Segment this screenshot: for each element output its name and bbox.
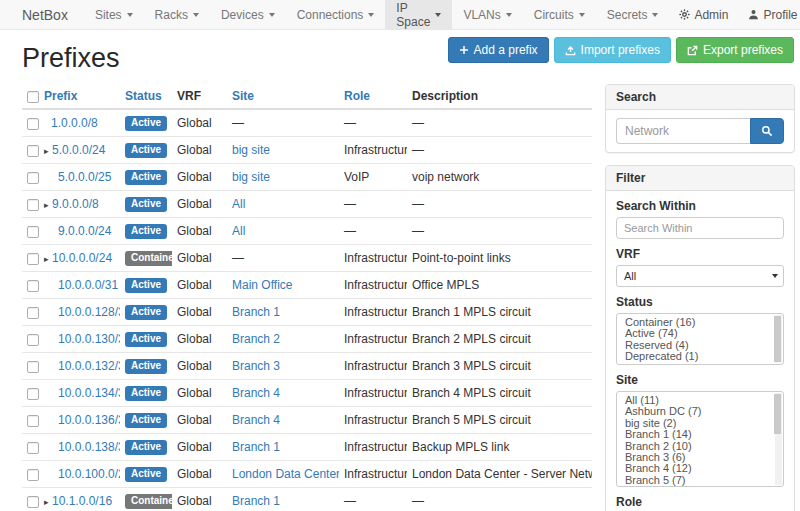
sort-link-site[interactable]: Site	[232, 89, 254, 103]
row-checkbox[interactable]	[27, 172, 39, 184]
row-checkbox[interactable]	[27, 415, 39, 427]
row-checkbox[interactable]	[27, 145, 39, 157]
option-colo-1-2a-3-[interactable]: COLO-1-2A (3)	[617, 486, 783, 487]
site-link[interactable]: Branch 1	[232, 440, 280, 454]
gear-icon	[679, 9, 690, 20]
sort-link-status[interactable]: Status	[125, 89, 162, 103]
status-badge: Active	[125, 305, 167, 320]
row-checkbox[interactable]	[27, 469, 39, 481]
nav-item-profile[interactable]: Profile	[738, 0, 800, 29]
nav-item-racks[interactable]: Racks	[144, 0, 210, 29]
status-multiselect[interactable]: Container (16)Active (74)Reserved (4)Dep…	[616, 313, 784, 365]
brand-link[interactable]: NetBox	[0, 0, 84, 29]
nav-item-connections[interactable]: Connections	[286, 0, 386, 29]
search-icon	[761, 125, 773, 137]
option-deprecated-1-[interactable]: Deprecated (1)	[617, 351, 783, 362]
role-cell: VoIP	[339, 164, 407, 191]
description-cell: —	[407, 488, 592, 511]
site-link[interactable]: Branch 4	[232, 413, 280, 427]
prefix-link[interactable]: 10.0.0.0/31	[58, 278, 118, 292]
site-link[interactable]: London Data Center	[232, 467, 339, 481]
site-link[interactable]: Branch 3	[232, 359, 280, 373]
import-prefixes-button[interactable]: Import prefixes	[554, 37, 671, 63]
prefix-link[interactable]: 10.0.0.138/31	[58, 440, 120, 454]
site-link[interactable]: big site	[232, 143, 270, 157]
add-a-prefix-button[interactable]: Add a prefix	[448, 37, 549, 63]
prefix-link[interactable]: 10.0.100.0/24	[58, 467, 120, 481]
nav-item-ip-space[interactable]: IP Space	[385, 0, 452, 29]
row-checkbox[interactable]	[27, 361, 39, 373]
option-container-16-[interactable]: Container (16)	[617, 317, 783, 328]
option-branch-2-10-[interactable]: Branch 2 (10)	[617, 441, 783, 452]
site-link[interactable]: Branch 1	[232, 305, 280, 319]
site-multiselect[interactable]: All (11)Ashburn DC (7)big site (2)Branch…	[616, 391, 784, 487]
option-ashburn-dc-7-[interactable]: Ashburn DC (7)	[617, 406, 783, 417]
sort-link-role[interactable]: Role	[344, 89, 370, 103]
row-checkbox[interactable]	[27, 496, 39, 508]
search-input[interactable]	[616, 118, 750, 144]
role-cell: —	[339, 218, 407, 245]
option-branch-1-14-[interactable]: Branch 1 (14)	[617, 429, 783, 440]
row-checkbox[interactable]	[27, 280, 39, 292]
nav-item-devices[interactable]: Devices	[210, 0, 286, 29]
site-cell: Branch 3	[227, 353, 339, 380]
site-link[interactable]: All	[232, 224, 245, 238]
export-prefixes-button[interactable]: Export prefixes	[676, 37, 794, 63]
row-checkbox[interactable]	[27, 334, 39, 346]
prefix-link[interactable]: 9.0.0.0/8	[52, 197, 99, 211]
option-branch-5-7-[interactable]: Branch 5 (7)	[617, 475, 783, 486]
row-checkbox[interactable]	[27, 442, 39, 454]
status-badge: Active	[125, 413, 167, 428]
row-checkbox[interactable]	[27, 388, 39, 400]
site-link[interactable]: Branch 2	[232, 332, 280, 346]
prefix-link[interactable]: 10.0.0.132/31	[58, 359, 120, 373]
nav-item-circuits[interactable]: Circuits	[523, 0, 596, 29]
option-reserved-4-[interactable]: Reserved (4)	[617, 340, 783, 351]
option-all-11-[interactable]: All (11)	[617, 395, 783, 406]
site-link[interactable]: big site	[232, 170, 270, 184]
option-active-74-[interactable]: Active (74)	[617, 328, 783, 339]
row-checkbox[interactable]	[27, 307, 39, 319]
prefix-link[interactable]: 10.0.0.128/31	[58, 305, 120, 319]
option-branch-4-12-[interactable]: Branch 4 (12)	[617, 463, 783, 474]
row-checkbox[interactable]	[27, 226, 39, 238]
option-branch-3-6-[interactable]: Branch 3 (6)	[617, 452, 783, 463]
site-empty: —	[232, 116, 244, 130]
prefix-link[interactable]: 5.0.0.0/24	[52, 143, 105, 157]
nav-item-sites[interactable]: Sites	[84, 0, 144, 29]
prefix-link[interactable]: 10.0.0.136/31	[58, 413, 120, 427]
prefix-link[interactable]: 1.0.0.0/8	[51, 116, 98, 130]
site-link[interactable]: Branch 4	[232, 386, 280, 400]
option-big-site-2-[interactable]: big site (2)	[617, 418, 783, 429]
row-checkbox[interactable]	[27, 199, 39, 211]
search-button[interactable]	[750, 118, 784, 144]
role-cell: Infrastructure	[339, 353, 407, 380]
sort-link-prefix[interactable]: Prefix	[44, 89, 77, 103]
scrollbar-thumb[interactable]	[774, 316, 781, 362]
select-all-checkbox[interactable]	[27, 91, 39, 103]
prefix-link[interactable]: 10.0.0.0/24	[52, 251, 112, 265]
filter-label-role: Role	[616, 495, 784, 509]
prefix-link[interactable]: 9.0.0.0/24	[58, 224, 111, 238]
description-cell: Branch 4 MPLS circuit	[407, 380, 592, 407]
scrollbar-track[interactable]	[775, 393, 782, 485]
search-within-input[interactable]	[616, 217, 784, 239]
description-cell: —	[407, 137, 592, 164]
caret-down-icon	[652, 13, 658, 17]
site-link[interactable]: Branch 1	[232, 494, 280, 508]
prefix-link[interactable]: 10.1.0.0/16	[52, 494, 112, 508]
prefix-link[interactable]: 5.0.0.0/25	[58, 170, 111, 184]
nav-item-vlans[interactable]: VLANs	[452, 0, 522, 29]
prefix-link[interactable]: 10.0.0.134/31	[58, 386, 120, 400]
prefix-link[interactable]: 10.0.0.130/31	[58, 332, 120, 346]
site-link[interactable]: All	[232, 197, 245, 211]
vrf-select[interactable]: All	[616, 265, 784, 287]
nav-item-secrets[interactable]: Secrets	[596, 0, 670, 29]
scrollbar-thumb[interactable]	[774, 394, 781, 434]
site-link[interactable]: Main Office	[232, 278, 292, 292]
nav-item-admin[interactable]: Admin	[669, 0, 738, 29]
scrollbar-track[interactable]	[775, 315, 782, 363]
row-checkbox[interactable]	[27, 253, 39, 265]
row-checkbox[interactable]	[27, 118, 39, 130]
table-row: ▸10.0.0.0/24 Container Global — Infrastr…	[22, 245, 592, 272]
